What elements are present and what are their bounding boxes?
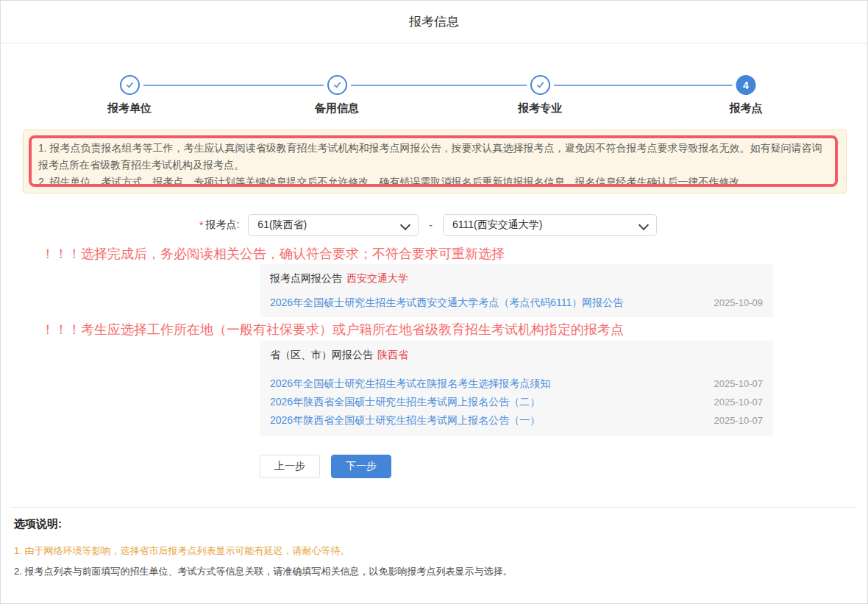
- step-applying-unit: 报考单位: [107, 75, 152, 116]
- site-notice-panel-header: 报考点网报公告西安交通大学: [270, 272, 763, 285]
- announcement-link[interactable]: 2026年全国硕士研究生招生考试西安交通大学考点（考点代码6111）网报公告: [270, 296, 623, 310]
- step-label: 备用信息: [315, 102, 359, 116]
- page-title: 报考信息: [1, 1, 867, 43]
- site-notice-panel: 报考点网报公告西安交通大学 2026年全国硕士研究生招生考试西安交通大学考点（考…: [260, 264, 773, 317]
- announcement-link[interactable]: 2026年全国硕士研究生招生考试在陕报名考生选择报考点须知: [270, 374, 550, 392]
- announcement-link[interactable]: 2026年陕西省全国硕士研究生招生考试网上报名公告（二）: [270, 393, 540, 411]
- warning-choose-location: ！！！考生应选择工作所在地（一般有社保要求）或户籍所在地省级教育招生考试机构指定…: [41, 321, 624, 338]
- select-separator: -: [429, 219, 433, 231]
- application-info-page: 报考信息 报考单位 备用信息 报考专业 4 报考点 1. 报考点负责报名组考等工…: [0, 0, 868, 604]
- announcement-date: 2025-10-07: [714, 375, 764, 393]
- notice-box: 1. 报考点负责报名组考等工作，考生应认真阅读省级教育招生考试机构和报考点网报公…: [23, 129, 847, 193]
- wizard-buttons: 上一步 下一步: [260, 455, 391, 478]
- required-asterisk: *: [199, 219, 203, 231]
- red-annotation-frame: 1. 报考点负责报名组考等工作，考生应认真阅读省级教育招生考试机构和报考点网报公…: [29, 135, 838, 187]
- chevron-down-icon: [638, 220, 649, 230]
- stepper-connector-line: [129, 85, 746, 86]
- announcement-row: 2026年全国硕士研究生招生考试西安交通大学考点（考点代码6111）网报公告 2…: [270, 296, 763, 310]
- step-label: 报考专业: [518, 102, 562, 116]
- province-notice-panel-header: 省（区、市）网报公告陕西省: [270, 349, 763, 362]
- check-icon: [530, 75, 550, 95]
- chevron-down-icon: [400, 220, 410, 230]
- province-notice-panel: 省（区、市）网报公告陕西省 2026年全国硕士研究生招生考试在陕报名考生选择报考…: [260, 341, 773, 436]
- panel-header-text: 报考点网报公告: [270, 272, 342, 284]
- announcement-row: 2026年全国硕士研究生招生考试在陕报名考生选择报考点须知 2025-10-07: [270, 374, 763, 393]
- exam-site-label: 报考点:: [205, 218, 239, 232]
- exam-site-select[interactable]: 6111(西安交通大学): [443, 214, 657, 236]
- panel-header-text: 省（区、市）网报公告: [270, 349, 373, 360]
- announcement-row: 2026年陕西省全国硕士研究生招生考试网上报名公告（一） 2025-10-07: [270, 411, 763, 430]
- notice-line: 1. 报考点负责报名组考等工作，考生应认真阅读省级教育招生考试机构和报考点网报公…: [38, 140, 828, 174]
- panel-header-highlight: 西安交通大学: [346, 272, 408, 284]
- step-exam-site-current: 4 报考点: [730, 75, 763, 116]
- notice-line: 2. 招生单位、考试方式、报考点、专项计划等关键信息提交后不允许修改，确有错误需…: [38, 174, 828, 187]
- announcement-row: 2026年陕西省全国硕士研究生招生考试网上报名公告（二） 2025-10-07: [270, 393, 763, 411]
- announcement-date: 2025-10-07: [714, 412, 764, 430]
- previous-step-button[interactable]: 上一步: [260, 455, 320, 478]
- province-select-value: 61(陕西省): [257, 218, 307, 232]
- options-explanation-heading: 选项说明:: [14, 517, 62, 531]
- check-icon: [327, 75, 347, 95]
- check-icon: [120, 75, 140, 95]
- exam-site-select-value: 6111(西安交通大学): [452, 218, 542, 232]
- footer-divider: [12, 507, 856, 508]
- panel-header-highlight: 陕西省: [377, 349, 408, 360]
- step-label: 报考点: [730, 102, 763, 116]
- page-header: 报考信息: [1, 1, 867, 43]
- announcement-link[interactable]: 2026年陕西省全国硕士研究生招生考试网上报名公告（一）: [270, 411, 540, 429]
- step-number-badge: 4: [736, 75, 756, 95]
- province-select[interactable]: 61(陕西省): [248, 214, 419, 236]
- footer-note-relation: 2. 报考点列表与前面填写的招生单位、考试方式等信息关联，请准确填写相关信息，以…: [14, 565, 512, 578]
- step-applying-major: 报考专业: [518, 75, 562, 116]
- step-label: 报考单位: [107, 102, 152, 116]
- announcement-date: 2025-10-07: [714, 394, 764, 411]
- announcement-date: 2025-10-09: [714, 297, 764, 308]
- exam-site-form-row: * 报考点: 61(陕西省) - 6111(西安交通大学): [199, 214, 657, 236]
- warning-read-announcements: ！！！选择完成后，务必阅读相关公告，确认符合要求；不符合要求可重新选择: [41, 245, 505, 263]
- footer-note-delay: 1. 由于网络环境等影响，选择省市后报考点列表显示可能有延迟，请耐心等待。: [14, 544, 349, 558]
- step-backup-info: 备用信息: [315, 75, 359, 116]
- next-step-button[interactable]: 下一步: [331, 455, 391, 478]
